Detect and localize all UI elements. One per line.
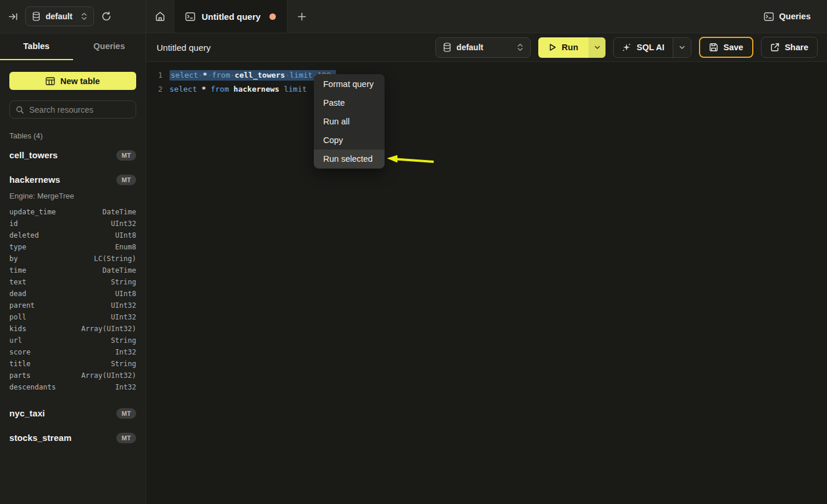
column-type: Int32	[115, 383, 136, 391]
search-resources-input[interactable]	[29, 105, 135, 114]
context-menu-item-run-all[interactable]: Run all	[314, 112, 385, 131]
sql-editor[interactable]: 1 select·*·from·cell_towers·limit·100· 2…	[146, 62, 827, 504]
context-menu-item-format-query[interactable]: Format query	[314, 75, 385, 93]
new-tab-button[interactable]	[288, 0, 316, 33]
save-button[interactable]: Save	[699, 37, 753, 58]
query-title: Untitled query	[155, 43, 211, 53]
column-type: Array(UInt32)	[81, 325, 136, 333]
sql-ai-button[interactable]: SQL AI	[614, 38, 673, 57]
share-icon	[770, 43, 780, 52]
context-menu-item-run-selected[interactable]: Run selected	[314, 150, 385, 168]
chevron-down-icon	[679, 46, 685, 50]
chevron-down-icon	[594, 46, 600, 50]
sql-ai-split-button: SQL AI	[613, 37, 691, 58]
column-row: scoreInt32	[9, 346, 136, 358]
tab-strip: Untitled query Queries	[146, 0, 827, 33]
top-bar: default Untitled query	[0, 0, 827, 33]
home-icon	[155, 11, 165, 22]
sql-keyword: select	[169, 85, 202, 93]
whitespace-dot: ·	[230, 71, 235, 79]
column-name: kids	[9, 325, 26, 333]
column-row: partsArray(UInt32)	[9, 370, 136, 381]
line-number: 1	[146, 68, 162, 82]
sql-star: *	[203, 71, 207, 79]
column-row: textString	[9, 276, 136, 288]
table-name: cell_towers	[9, 150, 58, 160]
sidebar-tabs: Tables Queries	[0, 33, 146, 60]
column-type: UInt8	[115, 290, 136, 298]
column-name: time	[9, 266, 26, 274]
table-row-cell-towers[interactable]: cell_towers MT	[9, 145, 136, 165]
collapse-sidebar-button[interactable]	[8, 12, 18, 22]
column-name: title	[9, 360, 30, 368]
share-button[interactable]: Share	[761, 37, 818, 58]
code-line-1: 1 select·*·from·cell_towers·limit·100·	[146, 68, 827, 82]
column-row: pollUInt32	[9, 311, 136, 323]
table-row-hackernews[interactable]: hackernews MT	[9, 170, 136, 189]
tab-title: Untitled query	[202, 12, 261, 22]
code-line-2: 2 select * from hackernews limit	[146, 82, 827, 96]
sql-keyword: select	[171, 71, 198, 79]
select-chevrons-icon	[81, 12, 87, 20]
sparkle-icon	[622, 43, 631, 52]
run-options-button[interactable]	[589, 37, 605, 58]
unsaved-changes-dot	[269, 13, 276, 20]
column-row: descendantsInt32	[9, 381, 136, 393]
resources-list: Tables (4) cell_towers MT hackernews MT …	[0, 119, 146, 504]
queries-terminal-icon	[764, 12, 774, 21]
plus-icon	[297, 12, 306, 21]
topbar-database-selector[interactable]: default	[25, 6, 94, 26]
home-tab-button[interactable]	[146, 0, 174, 33]
new-table-button[interactable]: New table	[9, 72, 136, 90]
topbar-left-section: default	[0, 0, 146, 33]
sql-ai-options-button[interactable]	[673, 38, 691, 57]
column-type: Array(UInt32)	[81, 371, 136, 380]
toolbar-database-selector[interactable]: default	[435, 37, 531, 58]
engine-badge: MT	[116, 175, 136, 185]
column-row: typeEnum8	[9, 241, 136, 253]
tables-section-label: Tables (4)	[9, 131, 136, 140]
column-name: score	[9, 348, 30, 356]
column-type: String	[111, 278, 136, 286]
tab-untitled-query[interactable]: Untitled query	[174, 0, 288, 33]
queries-button-label: Queries	[779, 12, 811, 21]
column-name: dead	[9, 290, 26, 298]
sql-keyword: from	[210, 85, 233, 93]
column-type: UInt32	[111, 301, 136, 310]
column-name: parent	[9, 301, 34, 310]
sql-keyword: limit	[284, 85, 312, 93]
column-name: parts	[9, 371, 30, 380]
select-chevrons-icon	[517, 43, 523, 51]
column-row: titleString	[9, 358, 136, 370]
refresh-icon	[101, 11, 112, 22]
table-grid-icon	[46, 77, 55, 85]
column-type: LC(String)	[94, 255, 136, 263]
sql-table-name: hackernews	[234, 85, 284, 93]
sidebar-tab-queries[interactable]: Queries	[73, 33, 146, 60]
refresh-button[interactable]	[101, 11, 112, 22]
queries-button[interactable]: Queries	[764, 0, 827, 33]
sidebar-tab-tables[interactable]: Tables	[0, 33, 73, 60]
sql-ai-button-label: SQL AI	[636, 43, 665, 52]
code-content: select * from hackernews limit	[162, 82, 312, 96]
column-row: byLC(String)	[9, 253, 136, 265]
column-type: String	[111, 360, 136, 368]
whitespace-dot: ·	[285, 71, 290, 79]
context-menu-item-paste[interactable]: Paste	[314, 93, 385, 112]
column-type: Int32	[115, 348, 136, 356]
app-body: Tables Queries New table	[0, 33, 827, 504]
new-table-label: New table	[60, 77, 100, 86]
column-name: by	[9, 255, 18, 263]
query-terminal-icon	[185, 12, 195, 21]
column-name: update_time	[9, 208, 56, 216]
context-menu-item-copy[interactable]: Copy	[314, 131, 385, 150]
table-row-nyc-taxi[interactable]: nyc_taxi MT	[9, 404, 136, 423]
sidebar: Tables Queries New table	[0, 33, 146, 504]
column-name: text	[9, 278, 26, 286]
column-type: DateTime	[102, 266, 136, 274]
run-button[interactable]: Run	[538, 37, 589, 58]
column-row: urlString	[9, 335, 136, 346]
code-content: select·*·from·cell_towers·limit·100·	[162, 68, 336, 82]
table-row-stocks-stream[interactable]: stocks_stream MT	[9, 428, 136, 447]
column-row: deadUInt8	[9, 288, 136, 300]
